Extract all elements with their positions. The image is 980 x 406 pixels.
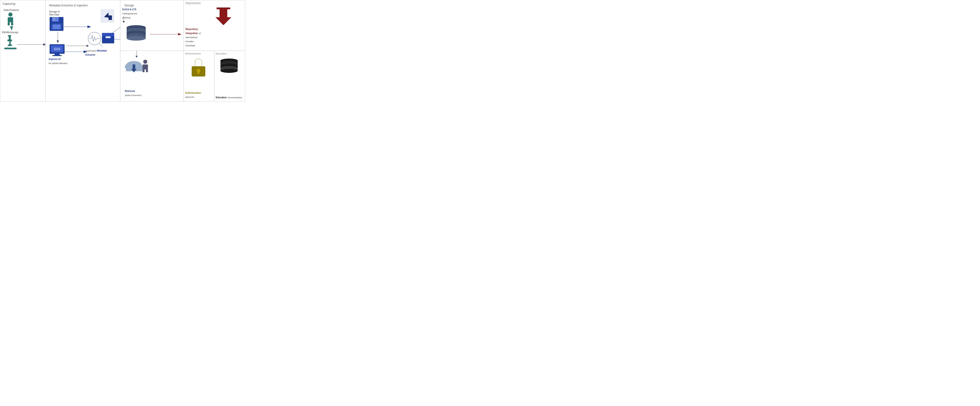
svg-rect-1 [8,17,13,22]
data-producer-label: Data-Producer [4,9,19,11]
arrow-floppy-to-extractor [64,23,91,30]
svg-marker-14 [43,43,46,46]
svg-rect-7 [9,40,11,45]
storage-raw-label: Storage ofRaw Data [49,10,60,16]
svg-rect-43 [106,36,111,38]
arrow-meta-to-books [121,16,126,23]
edu-label: Education Documentation [216,95,242,99]
dashed-ingestor-to-extractor [66,43,89,49]
svg-marker-30 [88,26,91,28]
ingestor-ui-label: Ingestor-UI for upload selection [49,57,67,65]
repo-edu-split: Repositories RepositoryIntegration ofint… [184,0,245,101]
storage-top: Storage SciCat & LTS Cataloguing andarch… [120,0,183,51]
red-arrow-to-repo [150,32,181,37]
svg-rect-3 [11,22,13,26]
storage-section: Storage SciCat & LTS Cataloguing andarch… [120,0,184,101]
capturing-section: Capturing Data-Producer EM-Microscopy [0,0,46,101]
arrow-down-teal [10,26,13,30]
metadata-extractor-label: (Automatic) MetadataExtractor [86,48,107,56]
metadata-section: Metadata Extraction & Ingestion Storage … [46,0,120,101]
svg-rect-2 [8,22,10,26]
edu-title: Education [216,52,243,55]
arrow-monitor-to-extractor [65,48,87,55]
svg-marker-58 [178,33,181,35]
metadata-extractor-icon [87,30,103,48]
capturing-title: Capturing [0,0,45,6]
svg-marker-47 [123,21,125,23]
svg-point-56 [127,36,146,41]
books-icon [125,23,148,41]
em-label: EM-Microscopy [2,31,18,34]
metadata-title: Metadata Extraction & Ingestion [47,2,119,8]
svg-point-85 [221,69,238,73]
retrieval-icon [123,58,150,76]
svg-rect-17 [53,18,55,21]
repo-integration-label: RepositoryIntegration ofinternationalPro… [186,27,201,47]
svg-rect-25 [52,55,62,56]
svg-marker-21 [57,40,59,43]
svg-rect-19 [52,24,60,29]
arrow-books-to-retrieval [134,51,139,58]
svg-point-67 [143,60,147,64]
lock-icon [191,58,207,77]
svg-rect-9 [4,48,16,49]
svg-rect-42 [102,33,114,36]
svg-rect-69 [143,69,145,72]
repo-title: Repositories [186,2,243,6]
svg-rect-72 [220,9,227,18]
auth-title: Authentication [185,52,213,55]
dashed-arrow-capture-to-meta [17,42,46,47]
monitor-icon [49,44,65,56]
svg-point-0 [8,13,13,16]
svg-marker-4 [10,26,13,30]
auth-label: Authentication eduGAIN [185,91,201,99]
repositories-section: Repositories RepositoryIntegration ofint… [184,0,245,51]
share-icon [100,9,114,23]
dashed-floppy-to-monitor [56,32,60,43]
main-diagram: Capturing Data-Producer EM-Microscopy [0,0,245,102]
svg-marker-60 [135,56,138,58]
repo-download-icon [215,7,231,25]
svg-rect-16 [52,17,59,22]
svg-rect-65 [132,64,135,69]
filing-box-icon [102,32,115,44]
svg-point-8 [8,44,12,46]
authentication-section: Authentication Authentication [184,51,214,101]
svg-marker-45 [87,45,89,47]
svg-rect-68 [143,64,148,69]
auth-edu-row: Authentication Authentication [184,51,245,101]
svg-rect-11 [8,35,11,37]
retrieval-label: Retrieval (Data-Consumer) [125,89,142,97]
microscope-icon [3,35,18,50]
right-sections: Repositories RepositoryIntegration ofint… [184,0,245,101]
storage-bottom: Retrieval (Data-Consumer) [120,51,183,101]
education-section: Education Educat [214,51,245,101]
svg-rect-70 [146,69,148,72]
svg-rect-76 [197,71,199,74]
svg-rect-28 [55,48,60,50]
svg-rect-24 [55,54,60,55]
person-icon [6,12,15,26]
storage-right-split: Storage SciCat & LTS Cataloguing andarch… [120,0,183,101]
floppy-icon [49,16,64,31]
education-books-icon [219,57,239,74]
svg-marker-73 [215,17,231,25]
